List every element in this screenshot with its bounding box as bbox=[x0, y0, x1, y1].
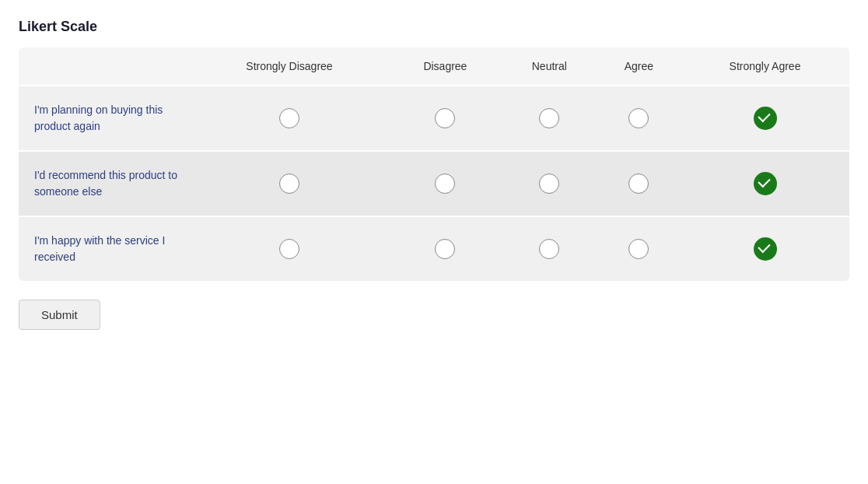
radio-unchecked-row0-agree[interactable] bbox=[628, 108, 649, 128]
col-header-strongly-agree: Strongly Agree bbox=[681, 47, 849, 86]
radio-cell-row0-col4[interactable] bbox=[681, 86, 849, 151]
radio-cell-row1-col0[interactable] bbox=[190, 151, 389, 216]
table-row: I'd recommend this product to someone el… bbox=[19, 151, 849, 216]
radio-unchecked-row1-agree[interactable] bbox=[628, 174, 649, 194]
col-header-agree: Agree bbox=[597, 47, 681, 86]
radio-cell-row1-col3[interactable] bbox=[597, 151, 681, 216]
radio-cell-row2-col2[interactable] bbox=[502, 216, 597, 281]
radio-unchecked-row2-strongly-disagree[interactable] bbox=[279, 239, 299, 259]
radio-cell-row1-col1[interactable] bbox=[389, 151, 502, 216]
col-header-disagree: Disagree bbox=[389, 47, 502, 86]
radio-unchecked-row0-neutral[interactable] bbox=[539, 108, 559, 128]
question-cell-1: I'd recommend this product to someone el… bbox=[19, 151, 190, 216]
radio-cell-row0-col0[interactable] bbox=[190, 86, 389, 151]
radio-unchecked-row0-disagree[interactable] bbox=[435, 108, 455, 128]
radio-unchecked-row1-strongly-disagree[interactable] bbox=[279, 174, 299, 194]
radio-unchecked-row2-disagree[interactable] bbox=[435, 239, 455, 259]
radio-unchecked-row2-agree[interactable] bbox=[628, 239, 649, 259]
radio-checked-row2-strongly-agree[interactable] bbox=[754, 237, 777, 261]
radio-checked-row0-strongly-agree[interactable] bbox=[754, 107, 777, 130]
radio-cell-row2-col1[interactable] bbox=[389, 216, 502, 281]
radio-cell-row1-col4[interactable] bbox=[681, 151, 849, 216]
radio-cell-row0-col2[interactable] bbox=[502, 86, 597, 151]
radio-cell-row0-col1[interactable] bbox=[389, 86, 502, 151]
radio-unchecked-row1-disagree[interactable] bbox=[435, 174, 455, 194]
question-cell-2: I'm happy with the service I received bbox=[19, 216, 190, 281]
table-row: I'm happy with the service I received bbox=[19, 216, 849, 281]
col-header-strongly-disagree: Strongly Disagree bbox=[190, 47, 389, 86]
page-title: Likert Scale bbox=[19, 19, 849, 35]
radio-checked-row1-strongly-agree[interactable] bbox=[754, 172, 777, 195]
radio-cell-row2-col4[interactable] bbox=[681, 216, 849, 281]
radio-unchecked-row1-neutral[interactable] bbox=[539, 174, 559, 194]
radio-cell-row2-col3[interactable] bbox=[597, 216, 681, 281]
radio-cell-row2-col0[interactable] bbox=[190, 216, 389, 281]
question-cell-0: I'm planning on buying this product agai… bbox=[19, 86, 190, 151]
likert-table: Strongly Disagree Disagree Neutral Agree… bbox=[19, 47, 849, 281]
submit-button[interactable]: Submit bbox=[19, 300, 100, 330]
table-row: I'm planning on buying this product agai… bbox=[19, 86, 849, 151]
radio-unchecked-row2-neutral[interactable] bbox=[539, 239, 559, 259]
radio-cell-row1-col2[interactable] bbox=[502, 151, 597, 216]
col-header-question bbox=[19, 47, 190, 86]
radio-cell-row0-col3[interactable] bbox=[597, 86, 681, 151]
col-header-neutral: Neutral bbox=[502, 47, 597, 86]
radio-unchecked-row0-strongly-disagree[interactable] bbox=[279, 108, 299, 128]
